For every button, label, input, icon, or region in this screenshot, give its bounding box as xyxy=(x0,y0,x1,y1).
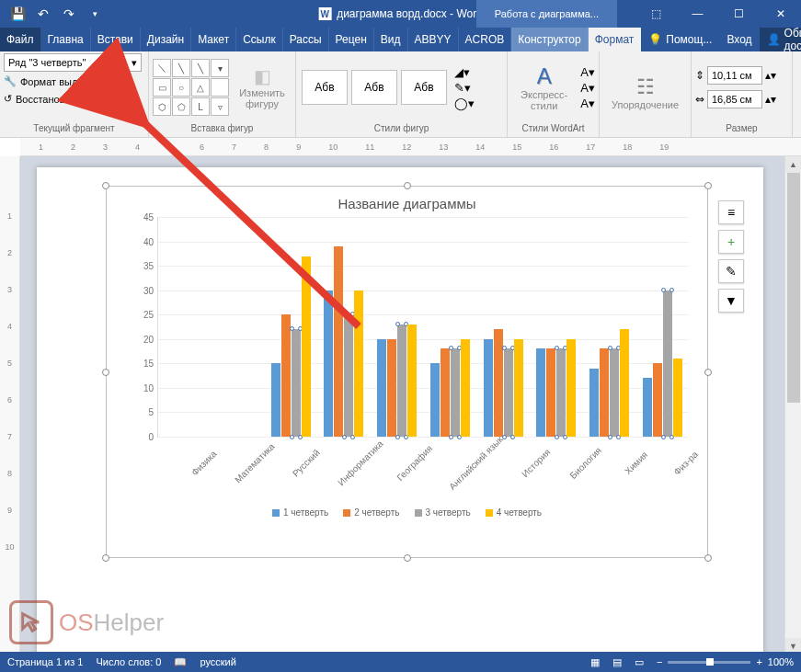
arrange-icon: ☷ xyxy=(636,75,655,99)
change-shape-button: ◧ Изменить фигуру xyxy=(233,62,292,113)
shapes-icon: ◧ xyxy=(254,65,271,87)
tab-chart-design[interactable]: Конструктор xyxy=(511,28,588,51)
chart-legend[interactable]: 1 четверть2 четверть3 четверть4 четверть xyxy=(107,506,707,518)
shape-style-gallery[interactable]: Абв Абв Абв xyxy=(300,68,449,107)
tab-references[interactable]: Ссылк xyxy=(236,28,283,51)
print-layout-icon[interactable]: ▤ xyxy=(612,656,622,668)
close-icon[interactable]: ✕ xyxy=(760,0,801,28)
chevron-down-icon: ▾ xyxy=(132,57,137,69)
document-area: 12345678910 Название диаграммы 051015202… xyxy=(0,156,801,655)
chart-elements-button[interactable]: ≡ xyxy=(718,200,744,224)
ribbon-tabs: Файл Главна Встави Дизайн Макет Ссылк Ра… xyxy=(0,28,801,51)
tab-layout[interactable]: Макет xyxy=(191,28,236,51)
wordart-quick-styles[interactable]: A Экспресс-стили xyxy=(511,60,577,115)
spellcheck-icon[interactable]: 📖 xyxy=(174,656,187,668)
word-icon: W xyxy=(318,7,331,20)
tell-me[interactable]: 💡 Помощ... xyxy=(641,28,719,51)
shape-gallery[interactable]: ＼╲╲▾ ▭○△ ⬡⬠L▿ xyxy=(153,59,229,116)
ribbon-options-icon[interactable]: ⬚ xyxy=(635,0,677,28)
reset-style-button[interactable]: ↺ Восстановить стиль xyxy=(4,91,144,107)
group-insert-shapes: ＼╲╲▾ ▭○△ ⬡⬠L▿ ◧ Изменить фигуру Вставка … xyxy=(149,51,296,137)
chart-add-button[interactable]: + xyxy=(718,230,744,254)
tab-view[interactable]: Вид xyxy=(374,28,408,51)
share-button[interactable]: 👤 Общий доступ xyxy=(760,28,801,51)
tab-acrobat[interactable]: ACROB xyxy=(459,28,512,51)
width-input[interactable]: 16,85 см xyxy=(707,90,762,108)
shape-outline-button[interactable]: ✎▾ xyxy=(454,81,475,95)
vertical-ruler[interactable]: 12345678910 xyxy=(0,156,20,655)
status-bar: Страница 1 из 1 Число слов: 0 📖 русский … xyxy=(0,652,801,672)
ribbon: Ряд "3 четверть"▾ 🔧 Формат выделенного ↺… xyxy=(0,51,801,138)
resize-handle[interactable] xyxy=(704,182,712,189)
format-selection-button[interactable]: 🔧 Формат выделенного xyxy=(4,74,144,89)
zoom-control[interactable]: −+ 100% xyxy=(657,656,794,667)
title-bar: 💾 ↶ ↷ ▾ W диаграмма ворд.docx - Word Раб… xyxy=(0,0,801,28)
chart-plot-area[interactable]: 051015202530354045 xyxy=(157,217,689,438)
tab-insert[interactable]: Встави xyxy=(91,28,141,51)
group-current-selection: Ряд "3 четверть"▾ 🔧 Формат выделенного ↺… xyxy=(0,51,149,137)
horizontal-ruler[interactable]: 12345678910111213141516171819 xyxy=(20,138,801,156)
text-outline-button[interactable]: A▾ xyxy=(580,81,595,95)
window-controls: ⬚ — ☐ ✕ xyxy=(635,0,801,28)
quick-access-toolbar: 💾 ↶ ↷ ▾ xyxy=(0,4,105,24)
chart-element-selector[interactable]: Ряд "3 четверть"▾ xyxy=(4,53,142,72)
resize-handle[interactable] xyxy=(704,369,712,376)
height-input[interactable]: 10,11 см xyxy=(707,66,762,85)
save-icon[interactable]: 💾 xyxy=(7,4,28,24)
maximize-icon[interactable]: ☐ xyxy=(718,0,760,28)
vertical-scrollbar[interactable]: ▲ ▼ xyxy=(784,156,801,655)
tab-design[interactable]: Дизайн xyxy=(141,28,191,51)
text-effects-button[interactable]: A▾ xyxy=(580,97,595,110)
watermark: OSHelper xyxy=(9,600,164,644)
resize-handle[interactable] xyxy=(102,369,109,376)
text-fill-button[interactable]: A▾ xyxy=(580,65,595,79)
page: Название диаграммы 051015202530354045 Фи… xyxy=(37,167,763,655)
chart-title[interactable]: Название диаграммы xyxy=(107,187,707,217)
chart-object[interactable]: Название диаграммы 051015202530354045 Фи… xyxy=(106,186,708,558)
tab-chart-format[interactable]: Формат xyxy=(589,28,642,51)
tab-file[interactable]: Файл xyxy=(0,28,41,51)
contextual-tab-header: Работа с диаграмма... xyxy=(476,0,617,28)
height-icon: ⇕ xyxy=(695,69,704,82)
sign-in[interactable]: Вход xyxy=(719,28,759,51)
arrange-button[interactable]: ☷ Упорядочение xyxy=(606,72,684,114)
width-icon: ⇔ xyxy=(695,93,704,106)
chart-styles-button[interactable]: ✎ xyxy=(718,259,744,283)
word-count[interactable]: Число слов: 0 xyxy=(96,656,161,667)
tab-mailings[interactable]: Рассы xyxy=(283,28,329,51)
resize-handle[interactable] xyxy=(704,554,712,562)
group-wordart-styles: A Экспресс-стили A▾ A▾ A▾ Стили WordArt xyxy=(508,51,600,137)
undo-icon[interactable]: ↶ xyxy=(33,4,53,24)
tab-abbyy[interactable]: ABBYY xyxy=(408,28,459,51)
group-size: ⇕10,11 см▴▾ ⇔16,85 см▴▾ Размер xyxy=(692,51,793,137)
window-title: W диаграмма ворд.docx - Word xyxy=(318,7,483,20)
chart-side-buttons: ≡ + ✎ ▼ xyxy=(718,200,744,313)
shape-effects-button[interactable]: ◯▾ xyxy=(454,97,475,110)
redo-icon[interactable]: ↷ xyxy=(59,4,79,24)
chart-filter-button[interactable]: ▼ xyxy=(718,289,744,313)
web-layout-icon[interactable]: ▭ xyxy=(635,656,644,668)
group-shape-styles: Абв Абв Абв ◢▾ ✎▾ ◯▾ Стили фигур xyxy=(296,51,508,137)
page-indicator[interactable]: Страница 1 из 1 xyxy=(7,656,83,667)
shape-fill-button[interactable]: ◢▾ xyxy=(454,65,475,79)
read-mode-icon[interactable]: ▦ xyxy=(590,656,600,668)
qat-more-icon[interactable]: ▾ xyxy=(85,4,105,24)
resize-handle[interactable] xyxy=(102,554,109,562)
language-indicator[interactable]: русский xyxy=(200,656,235,667)
resize-handle[interactable] xyxy=(404,182,411,189)
minimize-icon[interactable]: — xyxy=(677,0,718,28)
tab-review[interactable]: Рецен xyxy=(329,28,374,51)
resize-handle[interactable] xyxy=(404,554,411,562)
cursor-icon xyxy=(9,600,53,644)
group-arrange: ☷ Упорядочение xyxy=(600,51,692,137)
tab-home[interactable]: Главна xyxy=(41,28,91,51)
resize-handle[interactable] xyxy=(102,182,109,189)
